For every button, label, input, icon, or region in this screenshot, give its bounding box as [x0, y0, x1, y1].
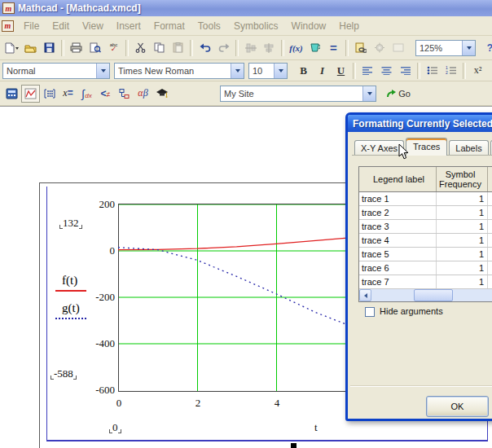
subscript-button[interactable]: x₂ — [487, 62, 492, 80]
tab-x-y-axes[interactable]: X-Y Axes — [354, 140, 404, 156]
cell-symbol-frequency[interactable]: 1 — [437, 248, 488, 261]
cell-clipped[interactable] — [488, 234, 492, 247]
evaluate-button[interactable]: = — [324, 39, 343, 57]
table-row-1[interactable]: trace 11 — [359, 192, 492, 206]
app-icon[interactable]: m — [2, 2, 15, 14]
cell-legend-label[interactable]: trace 7 — [359, 275, 437, 288]
matrix-button[interactable] — [40, 85, 59, 103]
spell-check-button[interactable]: abc✓ — [104, 39, 123, 57]
programming-button[interactable] — [115, 85, 134, 103]
font-size-combobox[interactable]: 10 — [248, 63, 288, 79]
align-down-button[interactable] — [260, 39, 279, 57]
cell-legend-label[interactable]: trace 2 — [359, 206, 437, 219]
new-button[interactable] — [2, 39, 21, 57]
font-size-dropdown-arrow-icon[interactable] — [274, 64, 287, 78]
hide-arguments-checkbox[interactable] — [365, 307, 375, 317]
zoom-dropdown-arrow-icon[interactable] — [462, 41, 475, 55]
bold-button[interactable]: B — [294, 62, 313, 80]
cell-clipped[interactable] — [488, 206, 492, 219]
cell-symbol-frequency[interactable]: 1 — [437, 234, 488, 247]
table-row-4[interactable]: trace 41 — [359, 234, 492, 248]
cell-clipped[interactable] — [488, 261, 492, 275]
resource-dropdown-arrow-icon[interactable] — [362, 86, 376, 101]
italic-button[interactable]: I — [313, 62, 332, 80]
menu-item-tools[interactable]: Tools — [191, 18, 227, 34]
boolean-button[interactable]: <≠ — [96, 85, 115, 103]
align-left-button[interactable] — [358, 62, 377, 80]
symbolic-button[interactable] — [152, 85, 171, 103]
menu-item-view[interactable]: View — [76, 18, 110, 34]
ok-button[interactable]: OK — [426, 396, 489, 417]
scrollbar-left-arrow-icon[interactable] — [359, 289, 371, 301]
bullet-list-button[interactable] — [423, 62, 441, 80]
resource-combobox[interactable]: My Site — [220, 86, 376, 102]
x-lower-limit-field[interactable]: 0 — [109, 421, 121, 434]
calculator-button[interactable] — [2, 85, 21, 103]
greek-button[interactable]: αβ — [134, 85, 152, 103]
cell-symbol-frequency[interactable]: 1 — [437, 261, 488, 275]
tab-labels[interactable]: Labels — [449, 140, 488, 156]
table-row-3[interactable]: trace 31 — [359, 220, 492, 234]
go-button[interactable]: Go — [381, 85, 415, 103]
font-dropdown-arrow-icon[interactable] — [231, 64, 244, 78]
cell-legend-label[interactable]: trace 6 — [359, 261, 437, 275]
font-combobox[interactable]: Times New Roman — [114, 63, 244, 79]
tab-traces[interactable]: Traces — [406, 138, 447, 156]
xy-plot[interactable] — [118, 204, 350, 393]
align-center-button[interactable] — [377, 62, 396, 80]
evaluation-button[interactable]: x= — [59, 85, 77, 103]
style-dropdown-arrow-icon[interactable] — [96, 64, 109, 78]
insert-hyperlink-button[interactable] — [351, 39, 370, 57]
column-header-symbol-frequency[interactable]: Symbol Frequency — [437, 167, 488, 191]
numbered-list-button[interactable]: 12 — [441, 62, 460, 80]
calculus-button[interactable]: ∫dx — [77, 85, 96, 103]
table-row-6[interactable]: trace 61 — [359, 261, 492, 275]
cell-clipped[interactable] — [488, 275, 492, 288]
cell-clipped[interactable] — [488, 220, 492, 233]
print-button[interactable] — [67, 39, 86, 57]
superscript-button[interactable]: x² — [468, 62, 487, 80]
cell-symbol-frequency[interactable]: 1 — [437, 192, 488, 205]
table-horizontal-scrollbar[interactable] — [359, 289, 492, 301]
table-row-2[interactable]: trace 21 — [359, 206, 492, 220]
graph-button[interactable] — [21, 85, 40, 103]
paste-button[interactable] — [169, 39, 187, 57]
x-axis-variable[interactable]: t — [314, 421, 318, 434]
copy-button[interactable] — [150, 39, 169, 57]
table-row-7[interactable]: trace 71 — [359, 275, 492, 289]
zoom-combobox[interactable]: 125% — [415, 40, 476, 56]
open-button[interactable] — [21, 39, 40, 57]
cell-symbol-frequency[interactable]: 1 — [437, 220, 488, 233]
cell-symbol-frequency[interactable]: 1 — [437, 275, 488, 288]
menu-item-window[interactable]: Window — [285, 18, 333, 34]
cell-symbol-frequency[interactable]: 1 — [437, 206, 488, 219]
dialog-title-bar[interactable]: Formatting Currently Selected X-Y Plot — [348, 115, 492, 132]
save-button[interactable] — [40, 39, 59, 57]
menu-item-format[interactable]: Format — [147, 18, 191, 34]
cell-legend-label[interactable]: trace 1 — [359, 192, 437, 205]
menu-item-edit[interactable]: Edit — [46, 18, 76, 34]
cut-button[interactable] — [131, 39, 150, 57]
menu-item-file[interactable]: File — [17, 18, 46, 34]
menu-item-insert[interactable]: Insert — [110, 18, 147, 34]
y-upper-limit-field[interactable]: 132 — [59, 217, 82, 230]
cell-legend-label[interactable]: trace 3 — [359, 220, 437, 233]
insert-unit-button[interactable] — [305, 39, 324, 57]
column-header-legend-label[interactable]: Legend label — [359, 167, 437, 191]
formatting-dialog[interactable]: Formatting Currently Selected X-Y Plot X… — [345, 112, 492, 421]
style-combobox[interactable]: Normal — [2, 63, 110, 79]
y-lower-limit-field[interactable]: -588 — [51, 367, 77, 380]
insert-component-button[interactable] — [370, 39, 389, 57]
help-button[interactable]: ? — [481, 39, 492, 57]
insert-math-region-button[interactable] — [389, 39, 407, 57]
align-right-button[interactable] — [396, 62, 415, 80]
region-resize-handle[interactable] — [291, 443, 297, 448]
menu-item-symbolics[interactable]: Symbolics — [227, 18, 285, 34]
column-header-clipped[interactable] — [488, 167, 492, 191]
undo-button[interactable] — [195, 39, 214, 57]
document-icon[interactable]: m — [2, 20, 14, 32]
cell-legend-label[interactable]: trace 5 — [359, 248, 437, 261]
scrollbar-thumb[interactable] — [414, 289, 453, 301]
align-across-button[interactable] — [241, 39, 260, 57]
cell-clipped[interactable] — [488, 192, 492, 205]
